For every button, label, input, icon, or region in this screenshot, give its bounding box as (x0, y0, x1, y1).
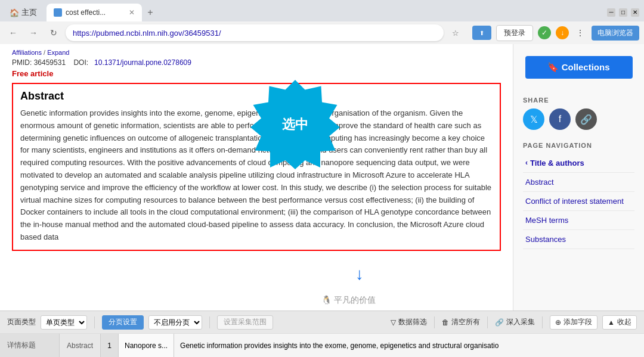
window-close-icon[interactable]: ✕ (631, 8, 639, 17)
collections-header: 🔖 Collections (513, 44, 644, 91)
divider-1 (94, 316, 95, 328)
collections-button[interactable]: 🔖 Collections (525, 56, 633, 79)
add-icon: ⊕ (555, 318, 561, 327)
arrow-icon: ↓ (355, 265, 364, 284)
share-facebook-button[interactable]: f (549, 108, 571, 130)
sidebar-item-conflict-label: Conflict of interest statement (525, 197, 624, 206)
data-row-number: 1 (101, 334, 119, 357)
divider-3 (434, 316, 435, 328)
sidebar-item-mesh[interactable]: MeSH terms (523, 211, 634, 230)
page-navigation-section: PAGE NAVIGATION ‹ Title & authors Abstra… (513, 136, 644, 255)
window-maximize-icon[interactable]: □ (619, 8, 627, 17)
share-twitter-button[interactable]: 𝕏 (523, 108, 544, 130)
divider-4 (487, 316, 488, 328)
sidebar-item-substances-label: Substances (525, 235, 566, 244)
browser-mode-button[interactable]: 电脑浏览器 (592, 26, 639, 41)
share-icons: 𝕏 f 🔗 (523, 108, 634, 130)
no-pagination-select[interactable]: 不启用分页 (148, 315, 202, 330)
collapse-button[interactable]: ▲ 收起 (602, 315, 637, 330)
tab-active-label: cost effecti... (66, 8, 106, 17)
filter-label: 数据筛选 (398, 317, 427, 327)
sidebar-item-mesh-label: MeSH terms (525, 216, 568, 225)
watermark: 🐧 平凡的价值 (321, 295, 376, 306)
bookmark-icon[interactable]: ☆ (447, 24, 464, 41)
breadcrumb: Affiliations / Expand (12, 49, 501, 56)
sidebar-item-abstract[interactable]: Abstract (523, 173, 634, 192)
bottom-toolbar: 页面类型 单页类型 分页设置 不启用分页 设置采集范围 ▽ 数据筛选 🗑 清空所… (0, 311, 644, 333)
tab-active[interactable]: cost effecti... ✕ (47, 4, 142, 21)
profile-icon[interactable]: ✓ (538, 26, 551, 39)
back-button[interactable]: ← (5, 24, 21, 41)
data-header-col1: 详情标题 (0, 334, 60, 357)
data-header-col1-label: 详情标题 (7, 340, 36, 350)
add-field-label: 添加字段 (564, 317, 592, 327)
watermark-icon: 🐧 (321, 295, 332, 305)
add-field-button[interactable]: ⊕ 添加字段 (550, 315, 597, 330)
deep-collect-icon: 🔗 (495, 318, 504, 327)
address-bar: ← → ↻ ☆ ⬆ 预登录 ✓ ↓ ⋮ 电脑浏览器 (0, 21, 644, 44)
watermark-text: 平凡的价值 (334, 295, 376, 305)
free-article-badge: Free article (12, 69, 501, 78)
tab-bar: 🏠 主页 cost effecti... ✕ + ─ □ ✕ (0, 0, 644, 21)
filter-icon: ▽ (391, 318, 396, 327)
tab-close-icon[interactable]: ✕ (129, 8, 135, 17)
forward-button[interactable]: → (25, 24, 42, 41)
row-number: 1 (107, 342, 112, 350)
extension-icon[interactable]: ⬆ (472, 26, 491, 40)
address-input[interactable] (66, 24, 444, 41)
more-menu-icon[interactable]: ⋮ (574, 26, 587, 39)
clear-icon: 🗑 (442, 318, 449, 327)
collections-label: Collections (562, 62, 610, 72)
tab-home[interactable]: 🏠 主页 (0, 4, 47, 21)
sidebar: 🔖 Collections SHARE 𝕏 f 🔗 PAGE NAVIGATIO… (513, 44, 644, 334)
sidebar-item-substances[interactable]: Substances (523, 230, 634, 249)
collapse-icon: ▲ (608, 318, 615, 327)
new-tab-button[interactable]: + (142, 4, 159, 21)
sidebar-item-title-authors[interactable]: ‹ Title & authors (523, 154, 634, 173)
pmid-line: PMID: 36459531 DOI: 10.1371/journal.pone… (12, 58, 501, 67)
data-header-col2: Abstract (60, 334, 101, 357)
page-navigation-label: PAGE NAVIGATION (523, 142, 634, 149)
set-range-button[interactable]: 设置采集范围 (217, 315, 273, 330)
main-area: Affiliations / Expand PMID: 36459531 DOI… (0, 44, 644, 334)
data-row-bar: 详情标题 Abstract 1 Nanopore s... Genetic in… (0, 333, 644, 357)
bookmark-icon: 🔖 (547, 62, 559, 72)
sidebar-item-title-authors-label: Title & authors (530, 159, 584, 167)
share-label: SHARE (523, 97, 634, 104)
collapse-label: 收起 (617, 317, 631, 327)
share-section: SHARE 𝕏 f 🔗 (513, 91, 644, 136)
window-minimize-icon[interactable]: ─ (607, 8, 615, 17)
home-icon: 🏠 (10, 8, 19, 17)
data-row-label: Nanopore s... (119, 334, 174, 357)
tab-home-label: 主页 (21, 7, 37, 18)
clear-all-action[interactable]: 🗑 清空所有 (442, 317, 480, 327)
refresh-button[interactable]: ↻ (45, 24, 62, 41)
download-icon[interactable]: ↓ (556, 26, 569, 39)
page-type-label: 页面类型 (7, 317, 36, 327)
sign-in-button[interactable]: 预登录 (496, 25, 533, 41)
pagination-button[interactable]: 分页设置 (102, 315, 144, 330)
page-type-select[interactable]: 单页类型 (41, 315, 87, 330)
expand-link[interactable]: Expand (47, 49, 69, 56)
share-link-button[interactable]: 🔗 (575, 108, 597, 130)
sidebar-item-abstract-label: Abstract (525, 178, 554, 187)
divider-5 (542, 316, 543, 328)
burst-text: 选中 (282, 116, 308, 134)
clear-all-label: 清空所有 (451, 317, 480, 327)
bottom-right-actions: ▽ 数据筛选 🗑 清空所有 🔗 深入采集 ⊕ 添加字段 ▲ 收起 (391, 315, 637, 330)
deep-collect-action[interactable]: 🔗 深入采集 (495, 317, 535, 327)
window-controls: ─ □ ✕ (607, 8, 644, 17)
data-header-col2-label: Abstract (67, 342, 93, 350)
sidebar-item-conflict[interactable]: Conflict of interest statement (523, 192, 634, 211)
divider-2 (209, 316, 210, 328)
deep-collect-label: 深入采集 (506, 317, 535, 327)
tab-favicon (54, 8, 62, 17)
data-row-content: Genetic information provides insights in… (174, 334, 644, 357)
pmid-label: PMID: 36459531 (12, 58, 66, 67)
breadcrumb-link[interactable]: Affiliations (12, 49, 42, 56)
page-content: Affiliations / Expand PMID: 36459531 DOI… (0, 44, 513, 334)
filter-action[interactable]: ▽ 数据筛选 (391, 317, 427, 327)
doi-link[interactable]: 10.1371/journal.pone.0278609 (94, 58, 191, 67)
abstract-title: Abstract (20, 90, 493, 103)
doi-label: DOI: (73, 58, 88, 67)
